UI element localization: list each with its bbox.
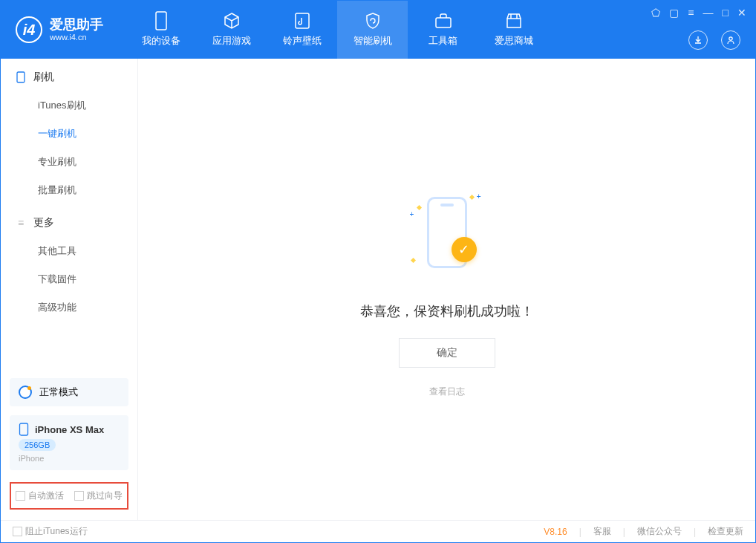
confirm-button[interactable]: 确定	[399, 338, 495, 368]
app-logo-icon: i4	[16, 16, 42, 43]
success-message: 恭喜您，保资料刷机成功啦！	[360, 302, 534, 320]
mode-label: 正常模式	[39, 386, 78, 399]
nav-tab-label: 智能刷机	[353, 34, 392, 48]
nav-tab-store[interactable]: 爱思商城	[478, 1, 549, 59]
title-bar: i4 爱思助手 www.i4.cn 我的设备 应用游戏 铃声壁纸 智能刷机 工具…	[1, 1, 755, 59]
sidebar: 刷机 iTunes刷机 一键刷机 专业刷机 批量刷机 ≡ 更多 其他工具 下载固…	[1, 59, 138, 520]
window-controls: ⬠ ▢ ≡ — □ ✕	[651, 7, 746, 19]
svg-rect-1	[296, 13, 309, 28]
sidebar-item-other-tools[interactable]: 其他工具	[1, 237, 137, 265]
device-name: iPhone XS Max	[35, 424, 104, 435]
checkbox-label: 跳过向导	[87, 490, 123, 502]
svg-rect-5	[20, 423, 28, 435]
download-icon[interactable]	[688, 30, 708, 50]
device-mode-box[interactable]: 正常模式	[10, 378, 128, 406]
cube-icon	[223, 12, 241, 30]
toolbox-icon	[434, 12, 452, 30]
svg-rect-4	[17, 72, 25, 82]
phone-outline-icon	[19, 423, 29, 436]
success-illustration: ++ ✓	[395, 181, 499, 284]
music-note-icon	[293, 12, 311, 30]
sidebar-item-download-firmware[interactable]: 下载固件	[1, 265, 137, 293]
footer-link-update[interactable]: 检查更新	[708, 525, 743, 538]
sidebar-group-title: 刷机	[33, 71, 54, 84]
sidebar-item-onekey-flash[interactable]: 一键刷机	[1, 120, 137, 148]
nav-tab-label: 工具箱	[428, 34, 457, 48]
check-badge-icon: ✓	[452, 237, 477, 262]
app-title: 爱思助手	[50, 17, 103, 33]
minimize-button[interactable]: —	[703, 7, 714, 19]
sidebar-group-title: 更多	[33, 216, 54, 230]
version-label: V8.16	[544, 527, 567, 537]
app-logo-section: i4 爱思助手 www.i4.cn	[1, 16, 118, 43]
nav-tab-apps-games[interactable]: 应用游戏	[196, 1, 267, 59]
view-log-link[interactable]: 查看日志	[429, 386, 465, 398]
body: 刷机 iTunes刷机 一键刷机 专业刷机 批量刷机 ≡ 更多 其他工具 下载固…	[1, 59, 755, 520]
checkbox-label: 阻止iTunes运行	[25, 525, 88, 538]
checkbox-icon	[74, 491, 84, 501]
checkbox-label: 自动激活	[28, 490, 64, 502]
checkbox-icon	[13, 527, 22, 536]
svg-rect-0	[156, 12, 166, 30]
svg-point-3	[729, 37, 732, 40]
user-icon[interactable]	[721, 30, 740, 50]
sidebar-group-more: ≡ 更多	[1, 204, 137, 237]
footer-right: V8.16 | 客服 | 微信公众号 | 检查更新	[544, 525, 743, 538]
highlighted-options-row: 自动激活 跳过向导	[10, 482, 128, 510]
sidebar-item-advanced[interactable]: 高级功能	[1, 293, 137, 322]
nav-tab-label: 铃声壁纸	[283, 34, 322, 48]
block-itunes-checkbox[interactable]: 阻止iTunes运行	[13, 525, 88, 538]
main-content: ++ ✓ 恭喜您，保资料刷机成功啦！ 确定 查看日志	[138, 59, 755, 520]
nav-tab-smart-flash[interactable]: 智能刷机	[337, 1, 408, 59]
app-logo-text: 爱思助手 www.i4.cn	[50, 17, 103, 43]
nav-tab-ringtone-wallpaper[interactable]: 铃声壁纸	[267, 1, 337, 59]
maximize-button[interactable]: □	[723, 7, 729, 19]
sidebar-item-batch-flash[interactable]: 批量刷机	[1, 176, 137, 204]
mode-icon	[19, 386, 32, 399]
skip-wizard-checkbox[interactable]: 跳过向导	[74, 490, 123, 502]
svg-rect-2	[436, 18, 451, 27]
settings-icon[interactable]: ⬠	[651, 7, 660, 19]
shield-refresh-icon	[364, 12, 382, 30]
nav-tab-label: 爱思商城	[495, 34, 533, 48]
nav-tab-toolbox[interactable]: 工具箱	[408, 1, 478, 59]
sidebar-item-pro-flash[interactable]: 专业刷机	[1, 148, 137, 176]
device-type: iPhone	[19, 454, 44, 463]
footer-link-support[interactable]: 客服	[593, 525, 611, 538]
footer: 阻止iTunes运行 V8.16 | 客服 | 微信公众号 | 检查更新	[1, 520, 755, 542]
auto-activate-checkbox[interactable]: 自动激活	[16, 490, 64, 502]
sidebar-item-itunes-flash[interactable]: iTunes刷机	[1, 91, 137, 120]
nav-tab-label: 我的设备	[142, 34, 180, 48]
device-info-box[interactable]: iPhone XS Max 256GB iPhone	[10, 415, 128, 470]
close-button[interactable]: ✕	[737, 7, 746, 19]
checkbox-icon	[16, 491, 25, 501]
device-icon	[152, 12, 170, 30]
sidebar-group-flash: 刷机	[1, 59, 137, 91]
device-storage-badge: 256GB	[19, 439, 56, 451]
app-subtitle: www.i4.cn	[50, 33, 103, 42]
footer-link-wechat[interactable]: 微信公众号	[637, 525, 682, 538]
skin-icon[interactable]: ▢	[669, 7, 679, 19]
menu-icon[interactable]: ≡	[688, 7, 694, 19]
nav-tabs: 我的设备 应用游戏 铃声壁纸 智能刷机 工具箱 爱思商城	[126, 1, 549, 59]
nav-tab-my-device[interactable]: 我的设备	[126, 1, 196, 59]
store-icon	[505, 12, 523, 30]
phone-icon	[16, 72, 26, 82]
footer-left: 阻止iTunes运行	[13, 525, 88, 538]
list-icon: ≡	[16, 218, 26, 228]
nav-tab-label: 应用游戏	[212, 34, 251, 48]
header-actions	[688, 30, 740, 50]
